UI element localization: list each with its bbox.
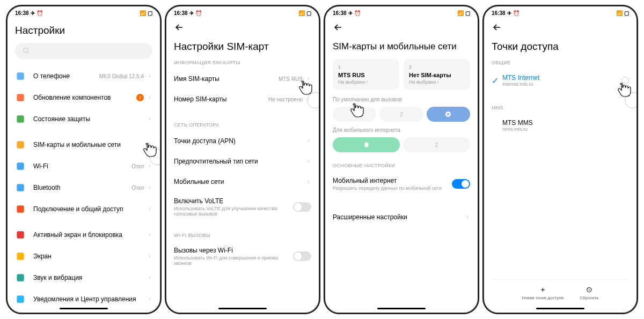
svg-rect-4: [17, 115, 24, 122]
sim-card-2[interactable]: 2 Нет SIM-карты Не выбрано: [404, 59, 470, 90]
dnd-icon: ✈: [31, 10, 35, 16]
sim-name-item[interactable]: Имя SIM-картыMTS RUS: [174, 69, 311, 89]
svg-rect-5: [17, 141, 24, 148]
status-bar: 16:38✈⏰ 📶▢: [8, 6, 160, 19]
new-apn-button[interactable]: +Новая точка доступа: [522, 285, 564, 300]
chevron-right-icon: [306, 159, 311, 164]
mobile-networks-item[interactable]: Мобильные сети: [174, 172, 311, 192]
volte-toggle[interactable]: [293, 202, 311, 212]
home-indicator[interactable]: [377, 308, 426, 309]
dnd-icon: ✈: [348, 10, 353, 16]
chevron-right-icon: [306, 138, 311, 144]
search-icon: [23, 47, 30, 55]
home-indicator[interactable]: [536, 308, 584, 309]
phone-icon: [15, 71, 26, 81]
page-title: Точки доступа: [492, 41, 629, 53]
chevron-right-icon: [147, 142, 152, 147]
call-sim-2[interactable]: 2: [379, 107, 423, 122]
page-title: Настройки: [15, 25, 152, 36]
svg-rect-7: [17, 184, 24, 191]
settings-item[interactable]: О телефоне MIUI Global 12.5.4: [15, 65, 152, 87]
sim-card-1[interactable]: 1 MTS RUS Не выбрано: [333, 59, 399, 90]
reset-icon: ⊙: [586, 285, 592, 294]
badge: 7: [136, 94, 144, 101]
home-indicator[interactable]: [60, 308, 108, 309]
alarm-icon: ⏰: [36, 10, 43, 16]
settings-item[interactable]: Подключение и общий доступ: [15, 198, 152, 220]
phone-screen-apn: 16:38✈⏰ 📶▢ Точки доступа ОБЩИЕ ✓ MTS Int…: [483, 5, 638, 314]
settings-item[interactable]: Уведомления и Центр управления: [15, 288, 152, 306]
advanced-settings-item[interactable]: Расширенные настройки: [333, 207, 470, 227]
settings-item[interactable]: Bluetooth Откл: [15, 177, 152, 198]
page-title: SIM-карты и мобильные сети: [333, 41, 470, 53]
search-input[interactable]: [15, 43, 152, 59]
chevron-right-icon: [306, 97, 311, 102]
data-sim-2[interactable]: 2: [403, 137, 470, 152]
battery-icon: ▢: [148, 10, 152, 16]
status-bar: 16:38✈⏰ 📶▢: [484, 6, 636, 19]
page-title: Настройки SIM-карт: [174, 41, 311, 53]
chevron-right-icon: [436, 80, 440, 84]
signal-icon: 📶: [457, 10, 464, 16]
settings-item[interactable]: Активный экран и блокировка: [15, 224, 152, 246]
settings-item[interactable]: Звук и вибрация: [15, 267, 152, 288]
sim-number-item[interactable]: Номер SIM-картыНе настроено: [174, 89, 311, 109]
ask-icon: [445, 111, 451, 117]
chevron-right-icon: [147, 95, 152, 100]
sun-icon: [15, 251, 26, 262]
settings-item[interactable]: Wi-Fi Откл: [15, 155, 152, 177]
back-button[interactable]: [492, 19, 508, 35]
call-sim-ask[interactable]: [427, 107, 470, 122]
back-button[interactable]: [333, 19, 349, 35]
battery-icon: ▢: [465, 10, 470, 16]
chevron-right-icon: [147, 254, 152, 259]
back-button[interactable]: [174, 19, 190, 35]
reset-button[interactable]: ⊙Сбросить: [580, 285, 599, 300]
chevron-right-icon: [147, 206, 152, 212]
svg-line-1: [27, 52, 29, 54]
chevron-right-icon: [306, 76, 311, 81]
settings-item[interactable]: Экран: [15, 246, 152, 267]
svg-rect-8: [17, 205, 24, 212]
svg-rect-2: [17, 72, 24, 79]
svg-rect-3: [17, 94, 24, 101]
mobile-internet-item[interactable]: Мобильный интернетРазрешить передачу дан…: [333, 172, 470, 196]
notif-icon: [15, 294, 26, 305]
share-icon: [15, 204, 26, 214]
apn-radio[interactable]: [621, 77, 629, 84]
settings-item[interactable]: Обновление компонентов 7: [15, 87, 152, 108]
settings-item[interactable]: SIM-карты и мобильные сети: [15, 134, 152, 155]
apn-mts-internet[interactable]: ✓ MTS Internetinternet.mts.ru: [492, 69, 629, 92]
apn-mts-mms[interactable]: MTS MMSmms.mts.ru: [492, 114, 629, 137]
call-sim-1[interactable]: 1: [333, 107, 376, 122]
settings-item[interactable]: Состояние защиты: [15, 108, 152, 130]
svg-point-0: [24, 48, 28, 53]
phone-screen-sim-cards: 16:38✈⏰ 📶▢ SIM-карты и мобильные сети 1 …: [324, 5, 479, 314]
check-icon: ✓: [492, 76, 502, 86]
mobile-internet-toggle[interactable]: [452, 179, 470, 189]
data-sim-1[interactable]: [333, 137, 400, 152]
battery-icon: ▢: [306, 10, 311, 16]
alarm-icon: ⏰: [513, 10, 519, 16]
network-type-item[interactable]: Предпочтительный тип сети: [174, 151, 311, 172]
signal-icon: 📶: [140, 10, 146, 16]
svg-rect-10: [17, 253, 24, 259]
volte-item[interactable]: Включить VoLTEИспользовать VoLTE для улу…: [174, 192, 311, 222]
wifi-calling-item[interactable]: Вызовы через Wi-FiИспользовать Wi-Fi для…: [174, 241, 311, 271]
alarm-icon: ⏰: [354, 10, 361, 16]
apn-item[interactable]: Точки доступа (APN): [174, 131, 311, 151]
svg-rect-12: [17, 295, 24, 302]
svg-point-15: [447, 113, 449, 115]
bt-icon: [15, 182, 26, 193]
chevron-right-icon: [147, 164, 152, 169]
svg-rect-11: [17, 274, 24, 281]
svg-rect-16: [364, 143, 368, 147]
chevron-right-icon: [147, 116, 152, 122]
home-indicator[interactable]: [218, 308, 267, 309]
shield-icon: [15, 114, 26, 124]
sound-icon: [15, 272, 26, 283]
phone-screen-sim-settings: 16:38✈⏰ 📶▢ Настройки SIM-карт ИНФОРМАЦИЯ…: [165, 5, 320, 314]
wifi-calling-toggle[interactable]: [293, 251, 311, 261]
chevron-right-icon: [147, 275, 152, 280]
chevron-right-icon: [465, 214, 470, 220]
